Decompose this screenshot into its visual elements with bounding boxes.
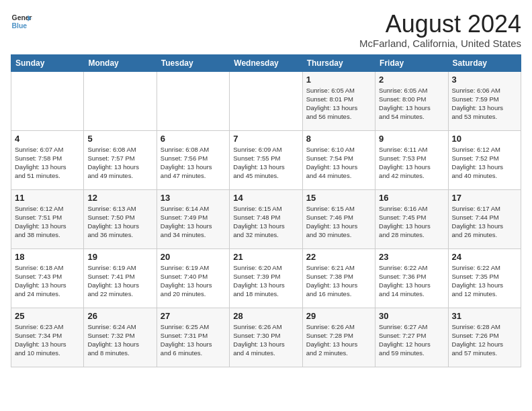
- calendar-cell: [157, 71, 229, 130]
- day-number: 25: [15, 311, 80, 321]
- calendar-week-row: 4Sunrise: 6:07 AM Sunset: 7:58 PM Daylig…: [11, 130, 521, 189]
- day-number: 4: [15, 134, 80, 144]
- calendar-cell: 26Sunrise: 6:24 AM Sunset: 7:32 PM Dayli…: [84, 308, 157, 367]
- calendar-cell: [84, 71, 157, 130]
- calendar-cell: 4Sunrise: 6:07 AM Sunset: 7:58 PM Daylig…: [11, 130, 84, 189]
- day-number: 11: [15, 193, 80, 203]
- cell-content: Sunrise: 6:26 AM Sunset: 7:30 PM Dayligh…: [233, 322, 298, 358]
- day-number: 17: [452, 193, 517, 203]
- calendar-cell: 11Sunrise: 6:12 AM Sunset: 7:51 PM Dayli…: [11, 189, 84, 248]
- calendar-cell: 29Sunrise: 6:26 AM Sunset: 7:28 PM Dayli…: [302, 308, 375, 367]
- cell-content: Sunrise: 6:27 AM Sunset: 7:27 PM Dayligh…: [379, 322, 444, 358]
- calendar-cell: 15Sunrise: 6:15 AM Sunset: 7:46 PM Dayli…: [302, 189, 375, 248]
- calendar-cell: [230, 71, 302, 130]
- cell-content: Sunrise: 6:24 AM Sunset: 7:32 PM Dayligh…: [87, 322, 152, 358]
- calendar-cell: 2Sunrise: 6:05 AM Sunset: 8:00 PM Daylig…: [375, 71, 448, 130]
- day-number: 21: [233, 252, 298, 262]
- calendar-cell: 16Sunrise: 6:16 AM Sunset: 7:45 PM Dayli…: [375, 189, 448, 248]
- calendar-cell: 24Sunrise: 6:22 AM Sunset: 7:35 PM Dayli…: [448, 248, 521, 308]
- cell-content: Sunrise: 6:17 AM Sunset: 7:44 PM Dayligh…: [452, 204, 517, 240]
- day-number: 7: [233, 134, 298, 144]
- calendar-cell: 10Sunrise: 6:12 AM Sunset: 7:52 PM Dayli…: [448, 130, 521, 189]
- day-number: 24: [452, 252, 517, 262]
- cell-content: Sunrise: 6:19 AM Sunset: 7:40 PM Dayligh…: [161, 263, 226, 299]
- cell-content: Sunrise: 6:21 AM Sunset: 7:38 PM Dayligh…: [306, 263, 371, 299]
- cell-content: Sunrise: 6:22 AM Sunset: 7:35 PM Dayligh…: [452, 263, 517, 299]
- day-number: 20: [161, 252, 226, 262]
- cell-content: Sunrise: 6:12 AM Sunset: 7:52 PM Dayligh…: [452, 145, 517, 181]
- calendar-cell: 13Sunrise: 6:14 AM Sunset: 7:49 PM Dayli…: [157, 189, 229, 248]
- cell-content: Sunrise: 6:28 AM Sunset: 7:26 PM Dayligh…: [452, 322, 517, 358]
- calendar-cell: 8Sunrise: 6:10 AM Sunset: 7:54 PM Daylig…: [302, 130, 375, 189]
- calendar-table: SundayMondayTuesdayWednesdayThursdayFrid…: [11, 54, 521, 367]
- day-number: 27: [161, 311, 226, 321]
- calendar-cell: 19Sunrise: 6:19 AM Sunset: 7:41 PM Dayli…: [84, 248, 157, 308]
- day-number: 29: [306, 311, 371, 321]
- calendar-cell: 6Sunrise: 6:08 AM Sunset: 7:56 PM Daylig…: [157, 130, 229, 189]
- cell-content: Sunrise: 6:05 AM Sunset: 8:01 PM Dayligh…: [306, 86, 371, 122]
- day-number: 13: [161, 193, 226, 203]
- title-block: August 2024 McFarland, California, Unite…: [359, 11, 521, 49]
- day-number: 1: [306, 75, 371, 85]
- cell-content: Sunrise: 6:15 AM Sunset: 7:48 PM Dayligh…: [233, 204, 298, 240]
- calendar-cell: 18Sunrise: 6:18 AM Sunset: 7:43 PM Dayli…: [11, 248, 84, 308]
- calendar-cell: 27Sunrise: 6:25 AM Sunset: 7:31 PM Dayli…: [157, 308, 229, 367]
- cell-content: Sunrise: 6:18 AM Sunset: 7:43 PM Dayligh…: [15, 263, 80, 299]
- logo: General Blue: [11, 11, 32, 32]
- cell-content: Sunrise: 6:16 AM Sunset: 7:45 PM Dayligh…: [379, 204, 444, 240]
- day-number: 5: [87, 134, 152, 144]
- day-header-wednesday: Wednesday: [230, 54, 302, 71]
- day-number: 10: [452, 134, 517, 144]
- day-header-sunday: Sunday: [11, 54, 84, 71]
- cell-content: Sunrise: 6:25 AM Sunset: 7:31 PM Dayligh…: [161, 322, 226, 358]
- day-header-monday: Monday: [84, 54, 157, 71]
- cell-content: Sunrise: 6:14 AM Sunset: 7:49 PM Dayligh…: [161, 204, 226, 240]
- logo-icon: General Blue: [11, 11, 32, 32]
- calendar-cell: 1Sunrise: 6:05 AM Sunset: 8:01 PM Daylig…: [302, 71, 375, 130]
- cell-content: Sunrise: 6:06 AM Sunset: 7:59 PM Dayligh…: [452, 86, 517, 122]
- calendar-cell: 22Sunrise: 6:21 AM Sunset: 7:38 PM Dayli…: [302, 248, 375, 308]
- cell-content: Sunrise: 6:07 AM Sunset: 7:58 PM Dayligh…: [15, 145, 80, 181]
- day-header-saturday: Saturday: [448, 54, 521, 71]
- day-header-thursday: Thursday: [302, 54, 375, 71]
- cell-content: Sunrise: 6:26 AM Sunset: 7:28 PM Dayligh…: [306, 322, 371, 358]
- cell-content: Sunrise: 6:15 AM Sunset: 7:46 PM Dayligh…: [306, 204, 371, 240]
- day-number: 28: [233, 311, 298, 321]
- day-number: 2: [379, 75, 444, 85]
- day-number: 9: [379, 134, 444, 144]
- svg-text:Blue: Blue: [12, 22, 28, 30]
- cell-content: Sunrise: 6:08 AM Sunset: 7:56 PM Dayligh…: [161, 145, 226, 181]
- month-year-title: August 2024: [359, 11, 521, 38]
- cell-content: Sunrise: 6:10 AM Sunset: 7:54 PM Dayligh…: [306, 145, 371, 181]
- day-number: 15: [306, 193, 371, 203]
- calendar-week-row: 25Sunrise: 6:23 AM Sunset: 7:34 PM Dayli…: [11, 308, 521, 367]
- cell-content: Sunrise: 6:09 AM Sunset: 7:55 PM Dayligh…: [233, 145, 298, 181]
- calendar-cell: 23Sunrise: 6:22 AM Sunset: 7:36 PM Dayli…: [375, 248, 448, 308]
- page-header: General Blue August 2024 McFarland, Cali…: [11, 11, 521, 49]
- calendar-cell: [11, 71, 84, 130]
- day-number: 6: [161, 134, 226, 144]
- calendar-week-row: 1Sunrise: 6:05 AM Sunset: 8:01 PM Daylig…: [11, 71, 521, 130]
- calendar-cell: 9Sunrise: 6:11 AM Sunset: 7:53 PM Daylig…: [375, 130, 448, 189]
- calendar-cell: 5Sunrise: 6:08 AM Sunset: 7:57 PM Daylig…: [84, 130, 157, 189]
- calendar-cell: 3Sunrise: 6:06 AM Sunset: 7:59 PM Daylig…: [448, 71, 521, 130]
- day-header-tuesday: Tuesday: [157, 54, 229, 71]
- cell-content: Sunrise: 6:20 AM Sunset: 7:39 PM Dayligh…: [233, 263, 298, 299]
- calendar-header-row: SundayMondayTuesdayWednesdayThursdayFrid…: [11, 54, 521, 71]
- day-number: 16: [379, 193, 444, 203]
- calendar-cell: 20Sunrise: 6:19 AM Sunset: 7:40 PM Dayli…: [157, 248, 229, 308]
- cell-content: Sunrise: 6:22 AM Sunset: 7:36 PM Dayligh…: [379, 263, 444, 299]
- cell-content: Sunrise: 6:11 AM Sunset: 7:53 PM Dayligh…: [379, 145, 444, 181]
- day-number: 3: [452, 75, 517, 85]
- calendar-week-row: 11Sunrise: 6:12 AM Sunset: 7:51 PM Dayli…: [11, 189, 521, 248]
- day-number: 14: [233, 193, 298, 203]
- calendar-cell: 7Sunrise: 6:09 AM Sunset: 7:55 PM Daylig…: [230, 130, 302, 189]
- day-number: 12: [87, 193, 152, 203]
- day-number: 26: [87, 311, 152, 321]
- day-number: 8: [306, 134, 371, 144]
- calendar-cell: 30Sunrise: 6:27 AM Sunset: 7:27 PM Dayli…: [375, 308, 448, 367]
- calendar-cell: 14Sunrise: 6:15 AM Sunset: 7:48 PM Dayli…: [230, 189, 302, 248]
- day-header-friday: Friday: [375, 54, 448, 71]
- calendar-cell: 28Sunrise: 6:26 AM Sunset: 7:30 PM Dayli…: [230, 308, 302, 367]
- day-number: 18: [15, 252, 80, 262]
